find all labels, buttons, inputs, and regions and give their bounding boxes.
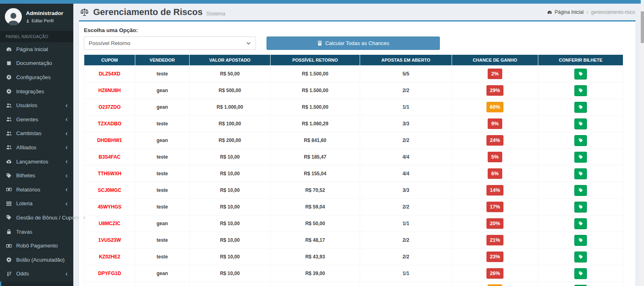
cupom-cell: DHDBHW1 [84,132,135,149]
conferir-bilhete-button[interactable] [574,168,587,179]
conferir-bilhete-cell [538,149,623,166]
main-content: Gerenciamento de Riscos Sistema Página I… [73,4,641,286]
person-icon [26,19,30,23]
conferir-bilhete-button[interactable] [574,152,587,163]
sidebar-item-bilhetes[interactable]: Bilhetes‹ [0,168,73,183]
gears-icon [6,257,12,262]
chance-de-ganho-cell: 14% [452,182,538,199]
sidebar-item-label: Documentação [16,60,52,66]
sidebar-item-label: Bilhetes [16,172,35,178]
possivel-retorno-cell: R$ 1.500,00 [271,66,360,82]
conferir-bilhete-button[interactable] [574,69,587,80]
sidebar-item-usuarios[interactable]: Usuários‹ [0,98,73,112]
lock-icon [6,229,12,234]
chance-de-ganho-cell [452,282,538,286]
sidebar-item-pagina-inicial[interactable]: Página Inicial [0,42,73,56]
cupom-cell: U8MCZIC [84,215,135,232]
chance-badge: 17% [486,202,503,212]
cupom-cell: TTH5WXH [84,166,135,182]
conferir-bilhete-cell [538,282,623,286]
sidebar-item-configuracoes[interactable]: Configurações [0,70,73,84]
calculate-chances-button[interactable]: Calcular Todas as Chances [267,37,440,50]
chance-de-ganho-cell: 17% [452,199,538,215]
sidebar-item-travas[interactable]: Travas [0,225,73,239]
table-row: KZ02HE2testeR$ 10,00R$ 43,932/223% [84,249,623,265]
scrollbar[interactable] [641,0,644,286]
sidebar-item-partial[interactable] [0,282,73,286]
option-select-value: Possível Retorno [89,40,130,46]
option-select[interactable]: Possível Retorno [84,37,256,50]
chance-badge: 21% [486,235,503,245]
sidebar-item-label: Relatórios [16,187,40,193]
possivel-retorno-cell: R$ 50,00 [271,215,360,232]
conferir-bilhete-button[interactable] [574,252,587,262]
tag-icon [6,173,12,178]
chance-badge: 14% [486,185,503,196]
sidebar-item-loteria[interactable]: Loteria‹ [0,197,73,211]
sidebar-item-lancamentos[interactable]: Lançamentos‹ [0,155,73,169]
edit-profile-label: Editar Perfil [32,18,53,23]
conferir-bilhete-button[interactable] [574,235,587,246]
sidebar-item-relatorios[interactable]: Relatórios‹ [0,183,73,197]
breadcrumb-current: gerenciamento-risco [591,9,635,15]
sidebar-item-odds[interactable]: Odds‹ [0,267,73,281]
sidebar-item-robo-pagamento[interactable]: Robô Pagamento [0,239,73,253]
sidebar-item-label: Integrações [16,88,44,95]
gears-icon [6,74,12,80]
possivel-retorno-cell: R$ 39,00 [271,265,360,282]
sidebar-item-bolao-acumuladao[interactable]: Bolão (Acumuladão) [0,253,73,267]
sidebar-item-label: Lançamentos [16,159,48,165]
top-accent-bar [0,0,644,4]
valor-apostado-cell: R$ 10,00 [190,149,271,166]
conferir-bilhete-button[interactable] [574,85,587,96]
cupom-cell: 1VUS23W [84,232,135,249]
sidebar-nav: Página InicialDocumentaçãoConfiguraçõesI… [0,42,73,286]
breadcrumb-home[interactable]: Página Inicial [554,9,583,15]
gears-icon [6,88,12,94]
vendedor-cell: teste [135,116,190,132]
conferir-bilhete-button[interactable] [574,268,587,279]
edit-profile-link[interactable]: Editar Perfil [26,18,63,23]
valor-apostado-cell: R$ 10,00 [190,182,271,199]
cupom-cell: HZ6NU8H [84,82,135,99]
table-row-partial [84,282,623,286]
valor-apostado-cell: R$ 10,00 [190,215,271,232]
chance-de-ganho-cell: 23% [452,249,538,265]
conferir-bilhete-button[interactable] [574,285,587,286]
chance-badge: 23% [486,252,503,262]
conferir-bilhete-button[interactable] [574,118,587,129]
apostas-em-aberto-cell: 1/1 [360,265,452,282]
cloud-upload-icon [6,159,12,164]
vendedor-cell: gean [135,82,190,99]
table-row: U8MCZICgeanR$ 10,00R$ 50,001/120% [84,215,623,232]
users-icon [6,144,12,150]
conferir-bilhete-button[interactable] [574,185,587,196]
conferir-bilhete-cell [538,232,623,249]
table-row: TTH5WXHtesteR$ 10,00R$ 155,044/46% [84,166,623,182]
sidebar-item-cambistas[interactable]: Cambistas‹ [0,127,73,141]
sidebar-item-afiliados[interactable]: Afiliados‹ [0,140,73,155]
sort-icon [6,271,12,277]
cupom-cell: B3S4FAC [84,149,135,166]
sidebar-item-label: Loteria [16,200,32,206]
column-header-valor-apostado: VALOR APOSTADO [190,55,271,66]
sidebar-item-gerentes[interactable]: Gerentes‹ [0,112,73,127]
apostas-em-aberto-cell: 2/2 [360,249,452,265]
conferir-bilhete-button[interactable] [574,202,587,213]
cupom-cell: 45WYHGS [84,199,135,215]
valor-apostado-cell: R$ 100,00 [190,116,271,132]
scale-icon [79,7,90,17]
chance-badge: 29% [486,85,503,96]
possivel-retorno-cell: R$ 48,17 [271,232,360,249]
conferir-bilhete-cell [538,265,623,282]
scrollbar-thumb[interactable] [641,11,644,43]
sidebar-item-documentacao[interactable]: Documentação [0,56,73,71]
money-icon [6,243,12,249]
conferir-bilhete-button[interactable] [574,102,587,113]
conferir-bilhete-button[interactable] [574,135,587,146]
sidebar: Administrador Editar Perfil PAINEL NAVEG… [0,4,73,286]
conferir-bilhete-button[interactable] [574,218,587,229]
sidebar-item-integracoes[interactable]: Integrações [0,84,73,99]
sidebar-item-label: Robô Pagamento [16,243,58,249]
sidebar-item-gestao-de-bonus-cupom[interactable]: Gestão de Bônus / Cupom‹ [0,211,73,225]
